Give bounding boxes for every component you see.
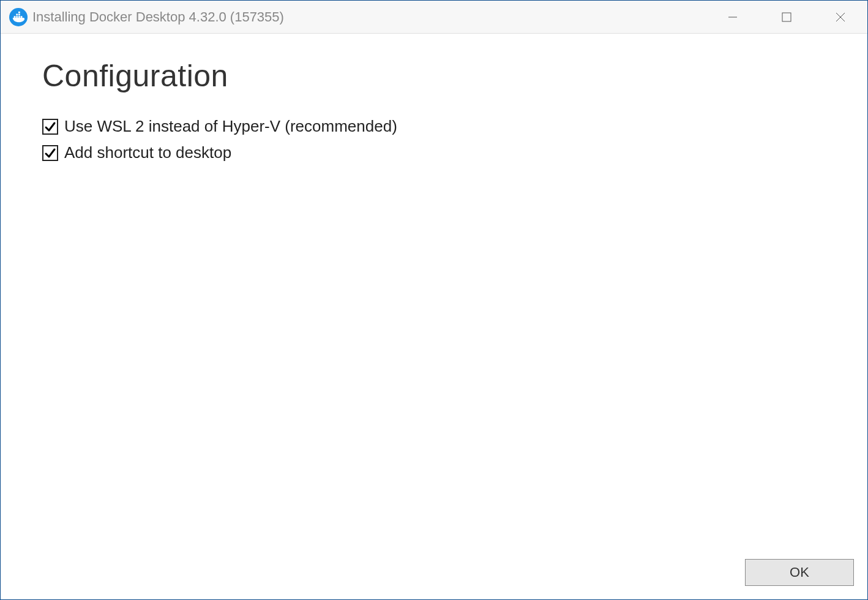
svg-rect-0 [14,16,16,18]
window-controls [706,1,867,33]
svg-rect-1 [16,16,18,18]
option-wsl2: Use WSL 2 instead of Hyper-V (recommende… [42,117,826,136]
svg-rect-2 [18,16,20,18]
page-title: Configuration [42,58,826,94]
option-label-wsl2[interactable]: Use WSL 2 instead of Hyper-V (recommende… [64,117,397,136]
svg-rect-3 [21,16,23,18]
svg-rect-6 [18,11,20,13]
close-button[interactable] [814,1,867,33]
ok-button[interactable]: OK [745,559,854,586]
docker-icon [9,8,28,26]
window-title: Installing Docker Desktop 4.32.0 (157355… [32,9,706,25]
installer-window: Installing Docker Desktop 4.32.0 (157355… [0,0,868,600]
checkbox-wsl2[interactable] [42,119,58,135]
footer: OK [745,559,854,586]
svg-rect-8 [782,13,791,21]
titlebar[interactable]: Installing Docker Desktop 4.32.0 (157355… [1,1,867,34]
option-label-shortcut[interactable]: Add shortcut to desktop [64,143,231,162]
maximize-button[interactable] [760,1,814,33]
svg-rect-5 [18,13,20,15]
content-area: Configuration Use WSL 2 instead of Hyper… [1,34,867,599]
check-icon [44,147,56,159]
option-shortcut: Add shortcut to desktop [42,143,826,162]
checkbox-shortcut[interactable] [42,145,58,161]
svg-rect-4 [16,13,18,15]
check-icon [44,121,56,133]
minimize-button[interactable] [706,1,760,33]
